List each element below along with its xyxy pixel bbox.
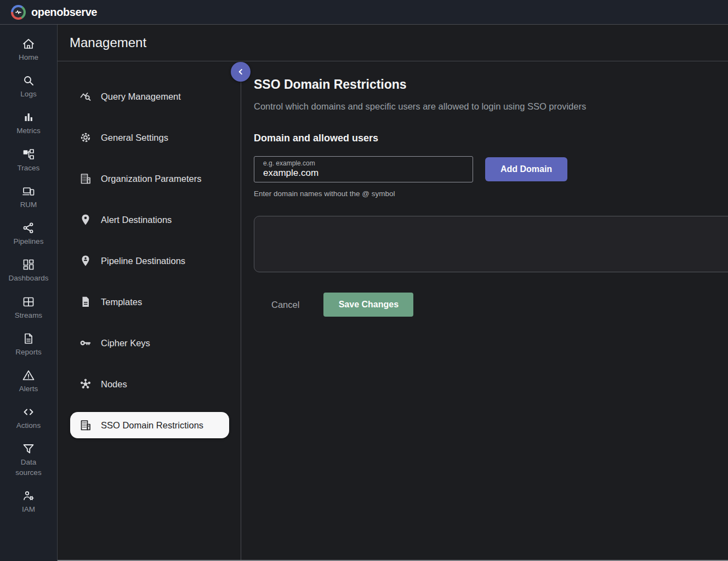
location-pin-icon: [79, 213, 92, 226]
filter-funnel-icon: [22, 442, 35, 455]
sidebar-item-actions[interactable]: Actions: [0, 400, 57, 437]
main-area: Management Query Management General Sett…: [58, 25, 728, 561]
menu-item-cipher-keys[interactable]: Cipher Keys: [70, 330, 229, 356]
brand-name: openobserve: [31, 6, 97, 19]
sidebar-item-label: Reports: [15, 347, 41, 357]
content-subtitle: Control which domains and specific users…: [254, 101, 728, 112]
menu-item-label: Pipeline Destinations: [101, 256, 185, 266]
management-menu: Query Management General Settings: [58, 62, 241, 560]
openobserve-pulse-logo: [11, 5, 26, 20]
sidebar-item-data-sources[interactable]: Data sources: [0, 437, 57, 483]
sidebar-item-label: Traces: [18, 163, 40, 173]
sidebar-item-rum[interactable]: RUM: [0, 179, 57, 216]
sidebar-item-label: Logs: [20, 89, 36, 99]
warning-triangle-icon: [22, 369, 35, 382]
sso-content-panel: SSO Domain Restrictions Control which do…: [241, 62, 728, 560]
menu-item-label: Templates: [101, 297, 142, 307]
menu-item-templates[interactable]: Templates: [70, 289, 229, 315]
devices-icon: [22, 185, 35, 198]
menu-item-label: Nodes: [101, 379, 127, 390]
menu-item-sso-domain-restrictions[interactable]: SSO Domain Restrictions: [70, 412, 229, 438]
building-icon: [79, 419, 92, 432]
query-chart-icon: [79, 90, 92, 103]
search-icon: [22, 74, 35, 87]
gear-icon: [79, 131, 92, 144]
code-icon: [22, 405, 35, 419]
sidebar-item-logs[interactable]: Logs: [0, 68, 57, 105]
sidebar-item-pipelines[interactable]: Pipelines: [0, 216, 57, 253]
sidebar-item-metrics[interactable]: Metrics: [0, 105, 57, 142]
bar-chart-icon: [22, 111, 35, 124]
cancel-button[interactable]: Cancel: [266, 296, 305, 313]
content-title: SSO Domain Restrictions: [254, 77, 728, 91]
share-icon: [22, 221, 35, 234]
domain-list-panel: [254, 216, 728, 272]
menu-item-nodes[interactable]: Nodes: [70, 371, 229, 397]
building-icon: [79, 172, 92, 185]
sidebar-item-label: Dashboards: [9, 273, 49, 283]
table-grid-icon: [22, 295, 35, 308]
sidebar-item-label: Home: [19, 53, 38, 62]
domain-input-box: e.g. example.com: [254, 156, 473, 182]
menu-item-organization-parameters[interactable]: Organization Parameters: [70, 165, 229, 192]
sidebar-item-dashboards[interactable]: Dashboards: [0, 253, 57, 289]
hub-icon: [79, 377, 92, 391]
domain-input[interactable]: [263, 168, 464, 179]
top-bar: openobserve: [0, 0, 728, 25]
menu-item-general-settings[interactable]: General Settings: [70, 124, 229, 151]
collapse-menu-button[interactable]: [231, 62, 251, 82]
sidebar-item-streams[interactable]: Streams: [0, 290, 57, 327]
page-title: Management: [58, 25, 728, 61]
menu-item-alert-destinations[interactable]: Alert Destinations: [70, 207, 229, 233]
chevron-left-icon: [235, 66, 247, 78]
section-title: Domain and allowed users: [254, 133, 728, 144]
save-changes-button[interactable]: Save Changes: [323, 293, 413, 317]
dashboard-icon: [22, 258, 35, 271]
domain-input-label: e.g. example.com: [263, 159, 464, 167]
menu-item-label: Alert Destinations: [101, 215, 172, 225]
app-sidebar: Home Logs Metrics Traces RUM: [0, 25, 58, 561]
user-gear-icon: [22, 489, 35, 502]
schema-icon: [22, 148, 35, 161]
menu-item-label: Cipher Keys: [101, 338, 150, 348]
menu-item-query-management[interactable]: Query Management: [70, 83, 229, 110]
sidebar-item-label: Pipelines: [14, 237, 44, 247]
sidebar-item-label: Metrics: [16, 126, 41, 136]
sidebar-item-label: Data sources: [12, 457, 46, 477]
menu-item-label: Query Management: [101, 91, 181, 102]
menu-item-label: General Settings: [101, 133, 168, 143]
menu-item-label: Organization Parameters: [101, 174, 201, 184]
sidebar-item-home[interactable]: Home: [0, 32, 57, 68]
domain-hint-text: Enter domain names without the @ symbol: [254, 190, 728, 198]
sidebar-item-label: IAM: [22, 505, 35, 514]
menu-item-label: SSO Domain Restrictions: [101, 420, 203, 431]
sidebar-item-label: Alerts: [19, 384, 38, 394]
sidebar-item-label: RUM: [20, 200, 37, 210]
home-icon: [22, 37, 35, 50]
person-pin-icon: [79, 254, 92, 267]
file-icon: [79, 295, 92, 308]
menu-item-pipeline-destinations[interactable]: Pipeline Destinations: [70, 248, 229, 274]
add-domain-button[interactable]: Add Domain: [485, 157, 567, 181]
sidebar-item-alerts[interactable]: Alerts: [0, 363, 57, 400]
document-icon: [22, 332, 35, 345]
key-icon: [79, 336, 92, 350]
sidebar-item-label: Actions: [16, 421, 41, 431]
sidebar-item-iam[interactable]: IAM: [0, 484, 57, 520]
sidebar-item-reports[interactable]: Reports: [0, 327, 57, 363]
sidebar-item-traces[interactable]: Traces: [0, 142, 57, 179]
sidebar-item-label: Streams: [15, 311, 42, 320]
